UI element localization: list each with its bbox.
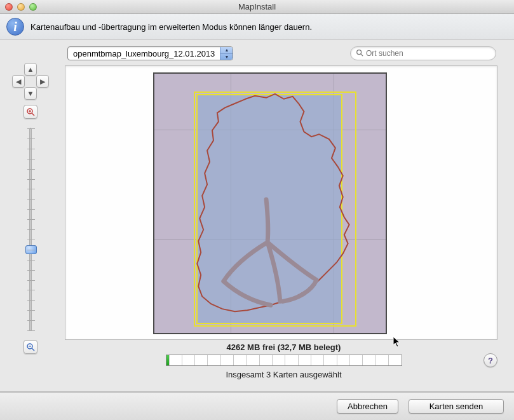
zoom-out-icon (26, 342, 35, 351)
footer-bar: Abbrechen Karten senden (0, 392, 514, 420)
map-product-dropdown[interactable]: openmtbmap_luxembourg_12.01.2013 ▲▼ (67, 46, 233, 60)
zoom-slider[interactable] (29, 128, 32, 331)
send-maps-button[interactable]: Karten senden (409, 399, 504, 414)
svg-line-8 (361, 53, 363, 55)
titlebar: MapInstall (0, 0, 514, 14)
info-icon: i (6, 18, 24, 36)
pan-left-button[interactable]: ◀ (12, 75, 25, 88)
dropdown-stepper-icon: ▲▼ (220, 47, 233, 60)
storage-status-text: 4262 MB frei (32,7 MB belegt) (57, 342, 510, 352)
map-selection-border (194, 91, 356, 327)
info-message: Kartenaufbau und -übertragung im erweite… (30, 22, 312, 32)
zoom-out-button[interactable] (24, 340, 37, 354)
svg-line-1 (32, 113, 34, 116)
svg-point-7 (357, 50, 362, 54)
cancel-button[interactable]: Abbrechen (337, 399, 398, 414)
map-tool-sidebar: ▲ ▼ ◀ ▶ (4, 44, 57, 354)
pan-down-button[interactable]: ▼ (24, 87, 37, 100)
location-search-field[interactable] (350, 46, 496, 60)
search-icon (356, 49, 363, 58)
map-tile-area (153, 72, 387, 334)
pan-dpad: ▲ ▼ ◀ ▶ (12, 63, 49, 100)
window-title: MapInstall (0, 2, 514, 11)
map-product-selected: openmtbmap_luxembourg_12.01.2013 (68, 47, 220, 60)
help-button[interactable]: ? (484, 353, 497, 367)
pan-up-button[interactable]: ▲ (24, 63, 37, 76)
zoom-in-icon (26, 107, 35, 116)
location-search-input[interactable] (366, 49, 490, 58)
pan-right-button[interactable]: ▶ (36, 75, 49, 88)
help-icon: ? (488, 356, 493, 365)
selection-count-text: Insgesamt 3 Karten ausgewählt (57, 370, 510, 379)
map-canvas[interactable] (65, 65, 497, 340)
storage-capacity-bar (166, 355, 402, 366)
zoom-in-button[interactable] (24, 105, 37, 119)
info-bar: i Kartenaufbau und -übertragung im erwei… (0, 14, 514, 40)
svg-line-5 (32, 348, 34, 351)
